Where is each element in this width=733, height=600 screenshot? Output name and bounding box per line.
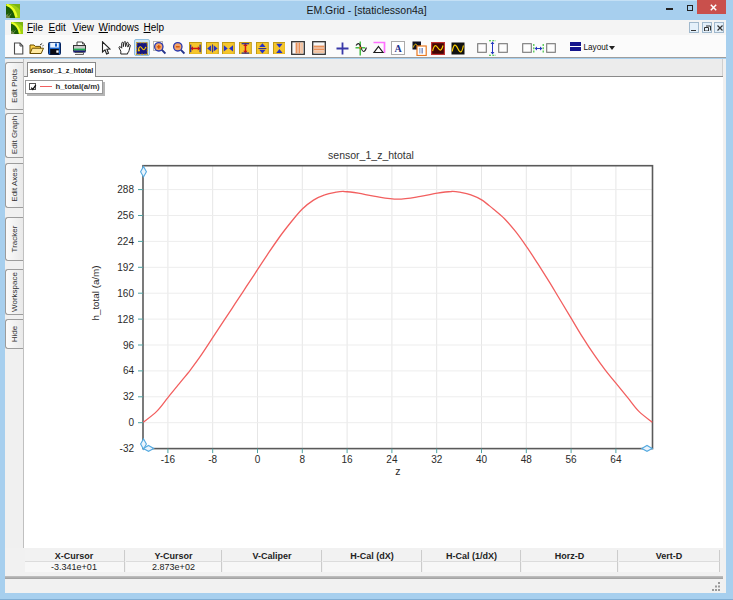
svg-text:192: 192: [117, 262, 134, 273]
svg-text:z: z: [395, 465, 400, 477]
svg-text:96: 96: [123, 340, 135, 351]
svg-text:0: 0: [255, 454, 261, 465]
svg-text:64: 64: [123, 365, 135, 376]
svg-text:8: 8: [300, 454, 306, 465]
svg-text:32: 32: [431, 454, 443, 465]
svg-text:sensor_1_z_htotal: sensor_1_z_htotal: [328, 149, 414, 161]
svg-text:16: 16: [342, 454, 354, 465]
svg-text:-8: -8: [208, 454, 217, 465]
svg-text:128: 128: [117, 314, 134, 325]
svg-text:32: 32: [123, 391, 135, 402]
svg-text:-16: -16: [161, 454, 176, 465]
svg-text:24: 24: [386, 454, 398, 465]
svg-text:56: 56: [566, 454, 578, 465]
svg-text:40: 40: [476, 454, 488, 465]
svg-text:0: 0: [128, 417, 134, 428]
svg-text:48: 48: [521, 454, 533, 465]
svg-text:224: 224: [117, 236, 134, 247]
svg-text:h_total (a/m): h_total (a/m): [90, 266, 101, 321]
svg-text:160: 160: [117, 288, 134, 299]
svg-text:64: 64: [610, 454, 622, 465]
svg-text:-32: -32: [120, 443, 135, 454]
svg-text:288: 288: [117, 184, 134, 195]
svg-text:256: 256: [117, 210, 134, 221]
